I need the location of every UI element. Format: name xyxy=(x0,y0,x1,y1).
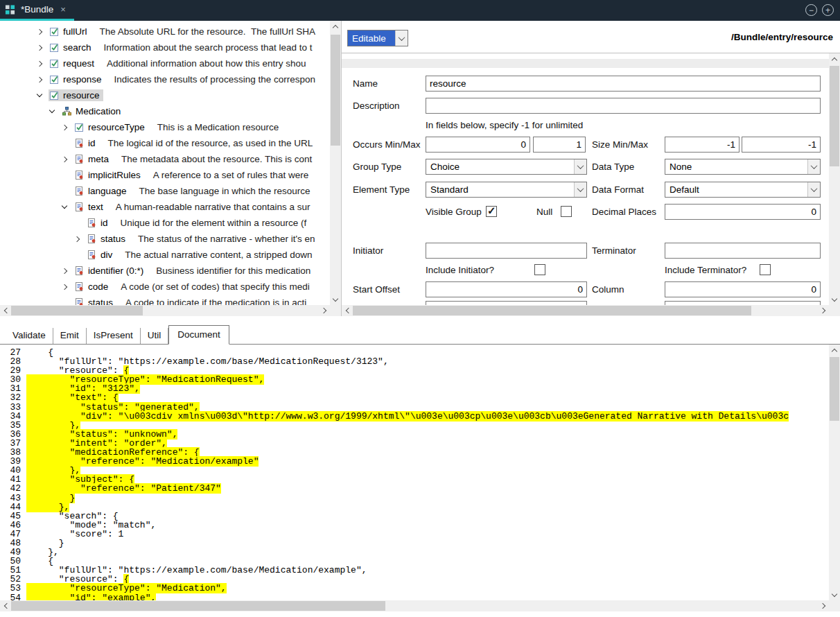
start-offset-input[interactable] xyxy=(426,281,587,297)
tree-item-code[interactable]: codeA code (or set of codes) that specif… xyxy=(0,279,330,295)
tree-item-selection[interactable]: resource xyxy=(49,89,103,101)
group-type-select[interactable]: Choice xyxy=(426,159,587,175)
initiator-input[interactable] xyxy=(426,243,587,259)
chevron-right-icon[interactable] xyxy=(61,157,73,162)
scroll-down-button[interactable] xyxy=(330,294,341,305)
chevron-down-icon[interactable] xyxy=(36,94,49,96)
tree-item-selection[interactable]: text xyxy=(73,201,107,213)
tab-util[interactable]: Util xyxy=(141,328,169,344)
scroll-up-button[interactable] xyxy=(829,345,840,356)
chevron-right-icon[interactable] xyxy=(73,237,86,241)
tree-item-status[interactable]: statusThe status of the narrative - whet… xyxy=(0,231,330,247)
occurs-min-input[interactable] xyxy=(426,137,530,153)
tree-item-request[interactable]: requestAdditional information about how … xyxy=(0,55,330,71)
tree-item-resourcetype[interactable]: resourceTypeThis is a Medication resourc… xyxy=(0,119,330,135)
scroll-right-button[interactable] xyxy=(818,305,829,316)
scroll-thumb[interactable] xyxy=(331,35,340,146)
include-terminator-checkbox[interactable] xyxy=(760,264,771,275)
tree-item-language[interactable]: languageThe base language in which the r… xyxy=(0,183,330,199)
tree-item-selection[interactable]: identifier (0:*) xyxy=(73,265,147,277)
document-view[interactable]: 27 {28 "fullUrl": "https://example.com/b… xyxy=(0,345,829,600)
tree-item-text[interactable]: textA human-readable narrative that cont… xyxy=(0,199,330,215)
size-min-input[interactable] xyxy=(665,137,740,153)
scroll-left-button[interactable] xyxy=(0,600,11,611)
scroll-left-button[interactable] xyxy=(0,305,11,316)
tab-validate[interactable]: Validate xyxy=(6,328,53,344)
chevron-right-icon[interactable] xyxy=(36,46,49,50)
description-input[interactable] xyxy=(426,98,821,114)
chevron-down-icon[interactable] xyxy=(574,182,586,197)
document-tab-bundle[interactable]: *Bundle × xyxy=(0,0,74,21)
tree-item-selection[interactable]: id xyxy=(86,217,112,229)
scroll-right-button[interactable] xyxy=(818,600,829,611)
chevron-right-icon[interactable] xyxy=(36,30,49,34)
visible-group-checkbox[interactable] xyxy=(486,206,497,217)
tree-horizontal-scrollbar[interactable] xyxy=(0,305,330,316)
tree-item-selection[interactable]: fullUrl xyxy=(49,26,91,37)
tree-item-medication[interactable]: Medication xyxy=(0,103,330,119)
tree-item-implicitrules[interactable]: implicitRulesA reference to a set of rul… xyxy=(0,167,330,183)
tree-item-selection[interactable]: code xyxy=(73,281,112,293)
chevron-right-icon[interactable] xyxy=(61,285,73,289)
document-vertical-scrollbar[interactable] xyxy=(829,345,840,600)
tab-document[interactable]: Document xyxy=(168,325,229,345)
scroll-up-button[interactable] xyxy=(330,21,341,32)
scroll-thumb[interactable] xyxy=(11,601,385,611)
tree-vertical-scrollbar[interactable] xyxy=(330,21,341,305)
tree-item-resource[interactable]: resource xyxy=(0,87,330,103)
tree-item-selection[interactable]: implicitRules xyxy=(73,169,144,181)
tree-item-selection[interactable]: id xyxy=(73,137,99,149)
scroll-right-button[interactable] xyxy=(319,305,330,316)
tree-item-selection[interactable]: status xyxy=(73,297,116,305)
chevron-down-icon[interactable] xyxy=(807,159,820,174)
chevron-down-icon[interactable] xyxy=(807,182,820,197)
decimal-places-input[interactable] xyxy=(665,204,821,220)
tree-item-search[interactable]: searchInformation about the search proce… xyxy=(0,40,330,55)
scroll-thumb[interactable] xyxy=(11,306,143,315)
properties-horizontal-scrollbar[interactable] xyxy=(342,305,829,316)
chevron-right-icon[interactable] xyxy=(36,62,49,66)
tree-item-identifier-0[interactable]: identifier (0:*)Business identifier for … xyxy=(0,263,330,279)
tree-item-selection[interactable]: language xyxy=(73,185,130,197)
chevron-right-icon[interactable] xyxy=(36,78,49,82)
tree-item-fullurl[interactable]: fullUrlThe Absolute URL for the resource… xyxy=(0,24,330,40)
chevron-down-icon[interactable] xyxy=(574,159,586,174)
properties-vertical-scrollbar[interactable] xyxy=(829,53,840,305)
size-max-input[interactable] xyxy=(742,137,821,153)
scroll-thumb[interactable] xyxy=(353,306,751,315)
element-type-select[interactable]: Standard xyxy=(426,182,587,198)
tree-item-selection[interactable]: request xyxy=(49,58,98,69)
data-type-select[interactable]: None xyxy=(665,159,821,175)
scroll-thumb[interactable] xyxy=(830,66,839,166)
tree-item-selection[interactable]: status xyxy=(86,233,129,245)
edit-mode-select[interactable]: Editable xyxy=(347,30,408,46)
scroll-up-button[interactable] xyxy=(829,53,840,64)
chevron-right-icon[interactable] xyxy=(61,125,73,130)
tab-ispresent[interactable]: IsPresent xyxy=(87,328,141,344)
scroll-thumb[interactable] xyxy=(830,357,839,421)
tree-item-selection[interactable]: response xyxy=(49,73,105,85)
tree-item-selection[interactable]: Medication xyxy=(61,105,124,117)
scroll-down-button[interactable] xyxy=(829,589,840,600)
tree-item-id[interactable]: idUnique id for the element within a res… xyxy=(0,215,330,231)
expand-all-button[interactable]: + xyxy=(822,4,834,16)
tree-item-selection[interactable]: resourceType xyxy=(73,121,148,133)
chevron-down-icon[interactable] xyxy=(49,110,61,112)
name-input[interactable] xyxy=(426,76,821,92)
include-initiator-checkbox[interactable] xyxy=(534,264,545,275)
chevron-down-icon[interactable] xyxy=(61,206,73,208)
tree-item-id[interactable]: idThe logical id of the resource, as use… xyxy=(0,135,330,151)
scroll-down-button[interactable] xyxy=(829,294,840,305)
tree-item-selection[interactable]: search xyxy=(49,42,95,53)
tree-item-response[interactable]: responseIndicates the results of process… xyxy=(0,71,330,87)
close-tab-icon[interactable]: × xyxy=(60,4,66,15)
occurs-max-input[interactable] xyxy=(533,137,586,153)
tree-item-div[interactable]: divThe actual narrative content, a strip… xyxy=(0,247,330,263)
scroll-left-button[interactable] xyxy=(342,305,353,316)
tree-item-status[interactable]: statusA code to indicate if the medicati… xyxy=(0,295,330,305)
chevron-down-icon[interactable] xyxy=(395,31,408,46)
data-format-select[interactable]: Default xyxy=(665,182,821,198)
null-checkbox[interactable] xyxy=(561,206,572,217)
column-input[interactable] xyxy=(665,281,821,297)
schema-tree[interactable]: fullUrlThe Absolute URL for the resource… xyxy=(0,21,330,305)
